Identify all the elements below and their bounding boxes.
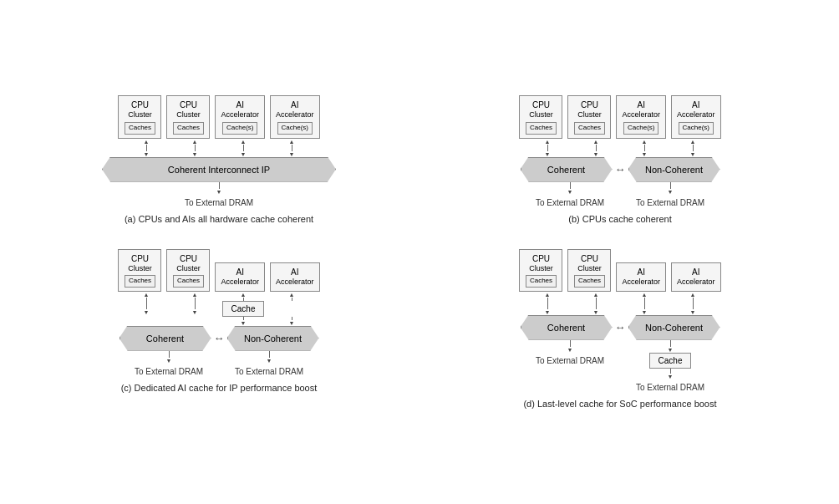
caption-c: (c) Dedicated AI cache for IP performanc… (121, 383, 318, 393)
caption-b: (b) CPUs cache coherent (568, 214, 672, 224)
node-cpu2-c: CPU Cluster Caches (166, 249, 210, 292)
node-ai1-a: AI Accelerator Cache(s) (215, 95, 265, 138)
diagram-a-content: CPU Cluster Caches CPU Cluster Caches AI… (27, 95, 411, 206)
node-ai1-c: AI Accelerator (215, 262, 265, 292)
coherent-banner-c: Coherent (119, 326, 211, 351)
node-ai1-d: AI Accelerator (616, 262, 666, 292)
bottom-cache-d: Cache (649, 353, 692, 369)
node-ai2-c: AI Accelerator (270, 262, 320, 292)
caption-a: (a) CPUs and AIs all hardware cache cohe… (125, 214, 313, 224)
node-cpu2-a: CPU Cluster Caches (166, 95, 210, 138)
node-ai2-b: AI Accelerator Cache(s) (671, 95, 721, 138)
coherent-banner-b: Coherent (521, 157, 613, 182)
dual-banner-d: Coherent ↔ Non-Coherent (521, 315, 720, 340)
dual-banner-c: Coherent ↔ Non-Coherent (119, 326, 319, 351)
diagram-b-nodes: CPU Cluster Caches CPU Cluster Caches AI… (519, 95, 720, 138)
non-coherent-banner-d: Non-Coherent (628, 315, 720, 340)
diagram-a: CPU Cluster Caches CPU Cluster Caches AI… (27, 95, 411, 223)
diagram-c-content: CPU Cluster Caches CPU Cluster Caches AI… (27, 249, 411, 376)
coherent-interconnect-ip-banner: Coherent Interconnect IP (102, 157, 336, 182)
diagram-d-content: CPU Cluster Caches CPU Cluster Caches AI… (428, 249, 812, 392)
dram-label-d-left: To External DRAM (536, 356, 604, 365)
caption-d: (d) Last-level cache for SoC performance… (523, 399, 716, 409)
mid-cache-c: Cache (222, 301, 265, 317)
node-cpu1-c: CPU Cluster Caches (118, 249, 161, 292)
node-ai2-d: AI Accelerator (671, 262, 721, 292)
dram-label-d-right: To External DRAM (636, 383, 704, 392)
diagram-b-content: CPU Cluster Caches CPU Cluster Caches AI… (428, 95, 812, 206)
coherent-banner-d: Coherent (521, 315, 613, 340)
non-coherent-banner-c: Non-Coherent (227, 326, 319, 351)
diagram-b: CPU Cluster Caches CPU Cluster Caches AI… (428, 95, 812, 223)
node-cpu2-d: CPU Cluster Caches (567, 249, 611, 292)
node-cpu2-b: CPU Cluster Caches (567, 95, 611, 138)
diagram-c-nodes: CPU Cluster Caches CPU Cluster Caches AI… (118, 249, 319, 292)
non-coherent-banner-b: Non-Coherent (628, 157, 720, 182)
diagrams-grid: CPU Cluster Caches CPU Cluster Caches AI… (27, 95, 812, 408)
diagram-a-nodes: CPU Cluster Caches CPU Cluster Caches AI… (118, 95, 319, 138)
dram-label-b-left: To External DRAM (536, 198, 604, 207)
node-ai2-a: AI Accelerator Cache(s) (270, 95, 320, 138)
dram-label-b-right: To External DRAM (636, 198, 704, 207)
dual-banner-b: Coherent ↔ Non-Coherent (521, 157, 720, 182)
dram-label-a: To External DRAM (185, 198, 253, 207)
main-container: CPU Cluster Caches CPU Cluster Caches AI… (18, 79, 821, 425)
dram-label-c-left: To External DRAM (135, 367, 203, 376)
dram-label-c-right: To External DRAM (235, 367, 303, 376)
node-cpu1-a: CPU Cluster Caches (118, 95, 161, 138)
diagram-c: CPU Cluster Caches CPU Cluster Caches AI… (27, 249, 411, 409)
diagram-d-nodes: CPU Cluster Caches CPU Cluster Caches AI… (519, 249, 720, 292)
node-cpu1-b: CPU Cluster Caches (519, 95, 562, 138)
node-ai1-b: AI Accelerator Cache(s) (616, 95, 666, 138)
diagram-d: CPU Cluster Caches CPU Cluster Caches AI… (428, 249, 812, 409)
node-cpu1-d: CPU Cluster Caches (519, 249, 562, 292)
